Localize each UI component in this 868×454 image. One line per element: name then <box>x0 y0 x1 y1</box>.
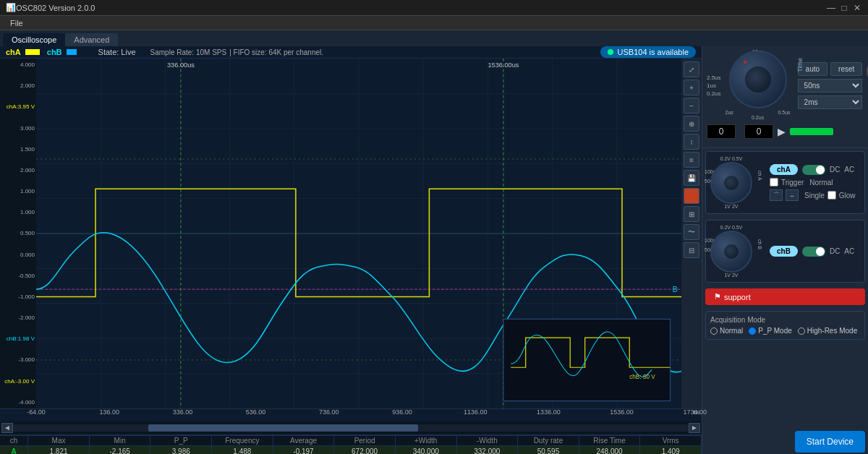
row-a-pwidth: 340.000 <box>396 446 457 454</box>
level-bar <box>790 128 833 135</box>
app-title: OSC802 Version 2.0.0 <box>16 4 95 12</box>
grid-button[interactable]: ⊞ <box>684 206 699 222</box>
color-button[interactable] <box>684 188 699 204</box>
chb-indicator <box>67 49 77 55</box>
auto-reset-row: auto reset <box>798 62 863 76</box>
chb-toggle[interactable] <box>802 247 825 257</box>
chb-knob-inner <box>724 244 739 259</box>
col-rise: Rise Time <box>579 436 641 445</box>
close-button[interactable]: ✕ <box>852 3 862 13</box>
trig-falling-icon[interactable]: ⌣ <box>786 189 799 201</box>
cha-knob[interactable] <box>710 162 752 204</box>
cha-toggle-thumb <box>816 166 825 174</box>
y-label: -1.000 <box>1 294 35 300</box>
scroll-left-button[interactable]: ◄ <box>1 423 13 433</box>
tab-advanced[interactable]: Advanced <box>65 33 118 46</box>
trigger-label: Trigger <box>781 179 804 187</box>
y-label: chB:1.98 V <box>1 335 35 342</box>
waveform-svg: 336.00us 1536.00us B <box>36 59 681 408</box>
title-bar: 📊 OSC802 Version 2.0.0 — □ ✕ <box>0 0 868 16</box>
chb-toggle-thumb <box>816 247 825 256</box>
y-label: chA:-3.00 V <box>1 378 35 385</box>
right-panel: 2.5us 1us 0.2us 10us Time <box>702 46 868 454</box>
zoom-in-button[interactable]: + <box>684 80 699 95</box>
support-button[interactable]: ⚑ support <box>705 288 865 305</box>
time-dropdown-2[interactable]: 2ms1ms5ms <box>798 95 863 109</box>
col-avg: Average <box>273 436 335 445</box>
glow-label: Glow <box>839 192 856 200</box>
time-tick: 936.00 <box>392 408 412 416</box>
maximize-button[interactable]: □ <box>839 3 849 13</box>
glow-checkbox[interactable] <box>827 191 836 200</box>
time-dropdown-1[interactable]: 50ns100ns1us10us <box>798 79 863 93</box>
y-label: 2.000 <box>1 82 35 89</box>
y-label: -3.000 <box>1 356 35 363</box>
zoom-fit-button[interactable]: ⤢ <box>684 61 699 77</box>
y-label: 3.000 <box>1 125 35 132</box>
acq-highres-option[interactable]: High-Res Mode <box>798 327 857 335</box>
trigger-checkbox[interactable] <box>770 178 778 187</box>
cha-toggle[interactable] <box>802 165 825 175</box>
svg-rect-27 <box>503 319 671 401</box>
acq-normal-option[interactable]: Normal <box>710 327 743 335</box>
scroll-bar: ◄ ► <box>0 421 702 434</box>
y-label: 1.500 <box>1 146 35 153</box>
chb-knob[interactable] <box>710 231 752 273</box>
trigger-row: Trigger Normal <box>770 178 856 187</box>
cha-button[interactable]: chA <box>770 164 798 175</box>
time-knob[interactable] <box>729 51 787 108</box>
cha-scale-bottom: 1V 2V <box>710 204 752 209</box>
knob-inner <box>745 67 771 93</box>
tab-oscilloscope[interactable]: Oscilloscope <box>3 33 65 46</box>
col-pp: P_P <box>150 436 212 445</box>
tabs: Oscilloscope Advanced <box>0 30 868 46</box>
save-button[interactable]: 💾 <box>684 170 699 186</box>
support-icon: ⚑ <box>714 292 721 301</box>
measurements-table: ch Max Min P_P Frequency Average Period … <box>0 434 702 454</box>
acq-highres-radio[interactable] <box>798 327 805 335</box>
wave-button[interactable]: 〜 <box>684 224 699 240</box>
cha-ac-label: AC <box>844 166 854 174</box>
acq-options: Normal P_P Mode High-Res Mode <box>710 327 860 335</box>
acq-pp-radio[interactable] <box>749 327 756 335</box>
zoom-out-button[interactable]: − <box>684 98 699 113</box>
y-label: 0.500 <box>1 230 35 236</box>
chb-ac-label: AC <box>844 247 854 255</box>
knob-marker <box>744 61 746 64</box>
acq-pp-option[interactable]: P_P Mode <box>749 327 792 335</box>
col-min: Min <box>90 436 151 445</box>
y-axis: 4.000 2.000 chA:3.95 V 3.000 1.500 2.000… <box>0 59 36 408</box>
time-tick: 1336.00 <box>537 408 561 416</box>
reset-button[interactable]: reset <box>830 62 862 76</box>
minimize-button[interactable]: — <box>826 3 836 13</box>
col-duty: Duty rate <box>518 436 579 445</box>
time-unit: us <box>693 408 700 416</box>
file-menu[interactable]: File <box>4 17 29 29</box>
svg-text:1536.00us: 1536.00us <box>488 61 519 69</box>
cha-dc-label: DC <box>830 166 840 174</box>
acq-title: Acquisition Mode <box>710 316 860 324</box>
play-button[interactable]: ▶ <box>778 126 786 137</box>
trig-rising-icon[interactable]: ⌒ <box>770 189 783 201</box>
chb-button[interactable]: chB <box>770 246 798 257</box>
y-label: -4.000 <box>1 399 35 406</box>
trigger-icons-row: ⌒ ⌣ Single Glow <box>770 189 856 201</box>
measurement-row-a: A 1.821 -2.165 3.986 1.488 -0.197 672.00… <box>0 446 702 454</box>
time-ranges: 2.5us 1us 0.2us <box>707 74 721 97</box>
acq-normal-label: Normal <box>720 327 743 335</box>
scroll-right-button[interactable]: ► <box>689 423 700 433</box>
cursor-button[interactable]: ⊕ <box>684 116 699 132</box>
cha-knob-container: 0.2V 0.5V 100mV 50mV 1V 2V ch A <box>710 156 752 209</box>
extra-button[interactable]: ⊟ <box>684 242 699 258</box>
scroll-thumb[interactable] <box>148 424 419 432</box>
start-device-button[interactable]: Start Device <box>795 431 865 453</box>
col-max: Max <box>28 436 90 445</box>
y-label: 1.000 <box>1 209 35 215</box>
acq-normal-radio[interactable] <box>710 327 718 335</box>
row-a-max: 1.821 <box>28 446 90 454</box>
oscilloscope-area: chA chB State: Live Sample Rate: 10M SPS… <box>0 46 702 454</box>
bottom-bar: Start Device <box>702 428 868 454</box>
settings-button[interactable]: ≡ <box>684 152 699 168</box>
measure-button[interactable]: ↕ <box>684 134 699 150</box>
chb-scale-top: 0.2V 0.5V <box>710 225 752 230</box>
